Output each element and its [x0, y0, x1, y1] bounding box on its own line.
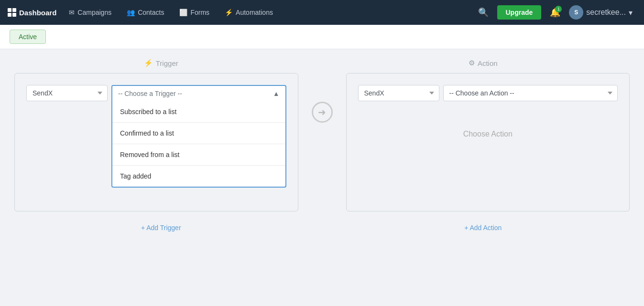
- nav-automations-label: Automations: [236, 9, 273, 16]
- logo-icon: [8, 8, 16, 17]
- trigger-dropdown-list: Subscribed to a list Confirmed to a list…: [111, 101, 286, 188]
- trigger-panel: SendX -- Choose a Trigger -- ▲ Subscribe…: [14, 73, 298, 211]
- campaigns-icon: ✉: [69, 9, 75, 16]
- user-name: secretkee...: [586, 8, 626, 17]
- nav-automations[interactable]: ⚡ Automations: [218, 6, 280, 19]
- trigger-platform-select[interactable]: SendX: [26, 85, 108, 101]
- add-trigger-wrap: + Add Trigger: [14, 221, 308, 234]
- nav-campaigns-label: Campaigns: [77, 9, 111, 16]
- add-trigger-button[interactable]: + Add Trigger: [135, 221, 187, 234]
- trigger-header-label: Trigger: [156, 59, 178, 67]
- search-icon[interactable]: 🔍: [475, 4, 491, 21]
- action-header: ⚙ Action: [337, 59, 630, 67]
- trigger-header: ⚡ Trigger: [14, 59, 308, 67]
- add-buttons-row: + Add Trigger + Add Action: [14, 221, 630, 234]
- trigger-dropdown-container: -- Choose a Trigger -- ▲ Subscribed to a…: [111, 85, 286, 101]
- action-header-label: Action: [478, 59, 498, 67]
- action-panel: SendX -- Choose an Action -- Choose Acti…: [346, 73, 630, 211]
- notification-bell[interactable]: 🔔 1: [547, 4, 563, 21]
- choose-action-text: Choose Action: [358, 130, 618, 138]
- logo-text: Dashboard: [19, 9, 56, 17]
- nav-contacts-label: Contacts: [138, 9, 164, 16]
- main-content: ⚡ Trigger ⚙ Action SendX -- Choose a Tri…: [0, 49, 644, 244]
- user-menu[interactable]: S secretkee... ▾: [565, 3, 636, 21]
- notification-badge: 1: [555, 6, 562, 12]
- trigger-option-tag-added[interactable]: Tag added: [112, 166, 285, 187]
- status-bar: Active: [0, 25, 644, 49]
- action-type-select[interactable]: -- Choose an Action --: [443, 85, 618, 101]
- nav-forms[interactable]: ⬜ Forms: [173, 6, 216, 19]
- logo[interactable]: Dashboard: [8, 8, 56, 17]
- arrow-icon: ➜: [312, 102, 333, 123]
- trigger-option-subscribed[interactable]: Subscribed to a list: [112, 101, 285, 123]
- automations-icon: ⚡: [225, 9, 233, 16]
- avatar: S: [569, 5, 583, 20]
- gear-icon: ⚙: [469, 59, 475, 67]
- chevron-down-icon: ▾: [629, 8, 633, 17]
- forms-icon: ⬜: [179, 9, 187, 16]
- upgrade-button[interactable]: Upgrade: [497, 5, 542, 20]
- trigger-icon: ⚡: [144, 59, 153, 67]
- navbar: Dashboard ✉ Campaigns 👥 Contacts ⬜ Forms…: [0, 0, 644, 25]
- action-select-row: SendX -- Choose an Action --: [358, 85, 618, 101]
- workflow-row: SendX -- Choose a Trigger -- ▲ Subscribe…: [14, 73, 630, 211]
- arrow-connector: ➜: [308, 102, 337, 123]
- trigger-placeholder: -- Choose a Trigger --: [118, 90, 182, 97]
- contacts-icon: 👥: [127, 9, 135, 16]
- nav-contacts[interactable]: 👥 Contacts: [120, 6, 171, 19]
- nav-campaigns[interactable]: ✉ Campaigns: [62, 6, 118, 19]
- add-action-button[interactable]: + Add Action: [458, 221, 507, 234]
- trigger-dropdown-row: SendX -- Choose a Trigger -- ▲ Subscribe…: [26, 85, 286, 101]
- status-badge: Active: [10, 30, 46, 44]
- trigger-dropdown-header[interactable]: -- Choose a Trigger -- ▲: [111, 85, 286, 101]
- chevron-up-icon: ▲: [273, 90, 280, 97]
- trigger-option-removed[interactable]: Removed from a list: [112, 144, 285, 166]
- workflow-headers: ⚡ Trigger ⚙ Action: [14, 59, 630, 67]
- nav-forms-label: Forms: [190, 9, 209, 16]
- add-action-wrap: + Add Action: [337, 221, 630, 234]
- action-platform-select[interactable]: SendX: [358, 85, 439, 101]
- trigger-option-confirmed[interactable]: Confirmed to a list: [112, 123, 285, 144]
